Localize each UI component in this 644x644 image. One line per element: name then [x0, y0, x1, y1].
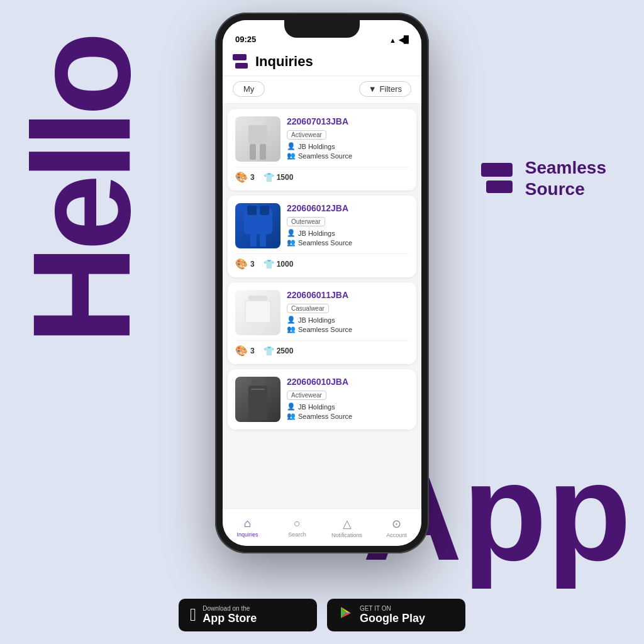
wifi-icon: ▲ — [389, 36, 396, 44]
app-header-title: Inquiries — [255, 53, 313, 70]
card-category-tag: Activewear — [287, 130, 326, 140]
google-play-icon — [338, 605, 353, 625]
background-hello-text: Hello — [13, 38, 151, 345]
nav-label: Inquiries — [236, 531, 258, 538]
quantity: 👕 1000 — [264, 259, 294, 269]
svg-rect-1 — [486, 180, 513, 193]
nav-label: Search — [288, 531, 306, 538]
filters-button[interactable]: ▼ Filters — [359, 81, 411, 97]
card-inquiry-id: 220606010JBA — [287, 377, 409, 387]
inquiry-card[interactable]: 220606010JBA Activewear 👤 JB Holdings 👥 … — [228, 369, 416, 430]
apple-icon:  — [190, 605, 196, 625]
svg-rect-19 — [251, 389, 265, 390]
inquiry-card[interactable]: 220606012JBA Outerwear 👤 JB Holdings 👥 S… — [228, 196, 416, 277]
inquiries-list[interactable]: 220607013JBA Activewear 👤 JB Holdings 👥 … — [223, 104, 421, 504]
inquiry-card[interactable]: 220606011JBA Casualwear 👤 JB Holdings 👥 … — [228, 282, 416, 364]
person-icon: 👤 — [287, 229, 296, 237]
shirt-icon: 👕 — [264, 259, 274, 269]
apple-store-line1: Download on the — [203, 605, 257, 612]
account-icon: ⊙ — [392, 517, 401, 531]
card-category-tag: Outerwear — [287, 217, 325, 226]
svg-rect-5 — [248, 125, 267, 144]
bell-icon: △ — [343, 517, 352, 531]
store-buttons-row:  Download on the App Store GET IT ON Go… — [179, 599, 465, 631]
card-info: 220606010JBA Activewear 👤 JB Holdings 👥 … — [287, 377, 409, 422]
nav-search[interactable]: ○ Search — [272, 517, 322, 538]
shirt-icon: 👕 — [264, 172, 274, 182]
card-inquiry-id: 220607013JBA — [287, 116, 409, 126]
shirt-icon: 👕 — [264, 346, 274, 356]
app-logo-icon — [233, 53, 250, 70]
card-image — [235, 377, 280, 422]
filter-icon: ▼ — [369, 84, 377, 94]
nav-notifications[interactable]: △ Notifications — [322, 517, 372, 538]
svg-rect-15 — [252, 323, 257, 333]
phone-body: 09:25 ▲ ◀▉ Inquiries My ▼ Filters — [215, 13, 429, 553]
svg-rect-10 — [260, 206, 269, 215]
group-icon: 👥 — [287, 412, 296, 420]
card-source: 👥 Seamless Source — [287, 412, 409, 420]
card-source: 👥 Seamless Source — [287, 325, 409, 333]
color-count: 🎨 3 — [235, 258, 255, 270]
inquiry-card[interactable]: 220607013JBA Activewear 👤 JB Holdings 👥 … — [228, 109, 416, 191]
card-info: 220607013JBA Activewear 👤 JB Holdings 👥 … — [287, 116, 409, 162]
card-source: 👥 Seamless Source — [287, 238, 409, 247]
svg-rect-16 — [259, 323, 264, 333]
filter-row: My ▼ Filters — [223, 76, 421, 104]
group-icon: 👥 — [287, 152, 296, 160]
signal-icon: ◀▉ — [399, 36, 409, 44]
quantity: 👕 2500 — [264, 346, 294, 356]
svg-rect-6 — [250, 144, 256, 160]
card-company: 👤 JB Holdings — [287, 316, 409, 324]
card-inquiry-id: 220606012JBA — [287, 203, 409, 213]
status-time: 09:25 — [235, 35, 256, 44]
phone-mockup: 09:25 ▲ ◀▉ Inquiries My ▼ Filters — [215, 13, 429, 553]
svg-rect-9 — [247, 206, 257, 215]
card-category-tag: Casualwear — [287, 304, 329, 313]
search-icon: ○ — [294, 517, 301, 530]
svg-rect-2 — [233, 54, 247, 60]
color-count: 🎨 3 — [235, 171, 255, 183]
google-play-button[interactable]: GET IT ON Google Play — [327, 599, 465, 631]
group-icon: 👥 — [287, 325, 296, 333]
phone-notch — [284, 20, 360, 38]
person-icon: 👤 — [287, 142, 296, 150]
home-icon: ⌂ — [244, 517, 251, 530]
svg-rect-3 — [235, 63, 248, 69]
group-icon: 👥 — [287, 238, 296, 247]
card-info: 220606011JBA Casualwear 👤 JB Holdings 👥 … — [287, 290, 409, 335]
card-company: 👤 JB Holdings — [287, 142, 409, 150]
card-source: 👥 Seamless Source — [287, 152, 409, 160]
person-icon: 👤 — [287, 316, 296, 324]
apple-store-text: Download on the App Store — [203, 605, 257, 625]
card-category-tag: Activewear — [287, 391, 326, 400]
quantity: 👕 1500 — [264, 172, 294, 182]
color-count: 🎨 3 — [235, 345, 255, 357]
card-image — [235, 116, 280, 162]
svg-rect-12 — [260, 234, 266, 247]
nav-inquiries[interactable]: ⌂ Inquiries — [223, 517, 272, 538]
svg-rect-0 — [481, 163, 513, 177]
card-footer: 🎨 3 👕 2500 — [235, 340, 409, 357]
google-store-line2: Google Play — [360, 612, 425, 625]
seamless-source-logo-icon — [481, 160, 519, 197]
svg-rect-14 — [245, 301, 270, 323]
person-icon: 👤 — [287, 402, 296, 411]
my-button[interactable]: My — [233, 81, 265, 97]
svg-rect-11 — [250, 234, 257, 247]
svg-rect-13 — [248, 296, 267, 301]
palette-icon: 🎨 — [235, 258, 248, 270]
card-company: 👤 JB Holdings — [287, 402, 409, 411]
logo-text: Seamless Source — [525, 157, 606, 199]
card-image — [235, 290, 280, 335]
nav-label: Notifications — [331, 532, 362, 538]
card-info: 220606012JBA Outerwear 👤 JB Holdings 👥 S… — [287, 203, 409, 248]
card-footer: 🎨 3 👕 1500 — [235, 167, 409, 183]
card-image — [235, 203, 280, 248]
palette-icon: 🎨 — [235, 345, 248, 357]
nav-label: Account — [386, 532, 407, 538]
card-footer: 🎨 3 👕 1000 — [235, 253, 409, 270]
nav-account[interactable]: ⊙ Account — [372, 517, 421, 538]
apple-store-button[interactable]:  Download on the App Store — [179, 599, 317, 631]
brand-logo: Seamless Source — [481, 157, 606, 199]
